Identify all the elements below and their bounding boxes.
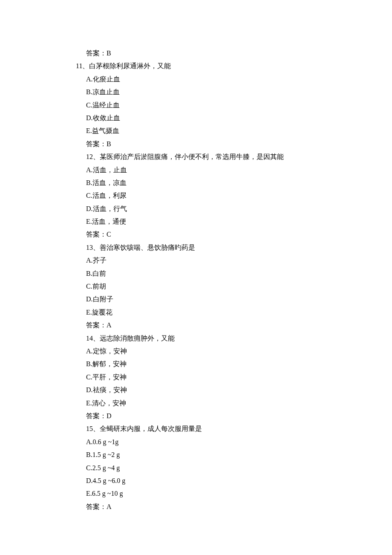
question-stem: 12、某医师治产后淤阻腹痛，伴小便不利，常选用牛膝，是因其能	[76, 150, 392, 163]
option-d: D.活血，行气	[76, 202, 392, 215]
option-c: C.平肝，安神	[76, 371, 392, 384]
option-d: D.收敛止血	[76, 112, 392, 124]
option-e: E.6.5 g ~10 g	[76, 487, 392, 500]
option-b: B.白前	[76, 267, 392, 280]
option-e: E.活血，通便	[76, 215, 392, 228]
option-c: C.2.5 g ~4 g	[76, 462, 392, 474]
option-d: D.白附子	[76, 293, 392, 306]
option-e: E.清心，安神	[76, 397, 392, 410]
question-stem: 13、善治寒饮咳喘、悬饮胁痛旳药是	[76, 241, 392, 254]
answer-text: 答案：D	[76, 410, 392, 422]
option-a: A.0.6 g ~1g	[76, 436, 392, 448]
option-a: A.定惊，安神	[76, 345, 392, 358]
option-e: E.益气摄血	[76, 124, 392, 137]
question-stem: 15、全蝎研末内服，成人每次服用量是	[76, 422, 392, 435]
answer-text: 答案：B	[76, 138, 392, 150]
answer-text: 答案：C	[76, 228, 392, 241]
option-b: B.1.5 g ~2 g	[76, 448, 392, 461]
option-a: A.芥子	[76, 254, 392, 267]
option-e: E.旋覆花	[76, 306, 392, 319]
option-d: D.祛痰，安神	[76, 384, 392, 396]
answer-text: 答案：A	[76, 500, 392, 513]
option-b: B.活血，凉血	[76, 176, 392, 189]
option-c: C.温经止血	[76, 99, 392, 112]
option-c: C.活血，利尿	[76, 189, 392, 202]
question-stem: 11、白茅根除利尿通淋外，又能	[76, 60, 392, 72]
question-stem: 14、远志除消散痈肿外，又能	[76, 332, 392, 345]
answer-text: 答案：A	[76, 319, 392, 332]
option-b: B.凉血止血	[76, 86, 392, 98]
option-a: A.活血，止血	[76, 164, 392, 176]
option-b: B.解郁，安神	[76, 358, 392, 370]
answer-text: 答案：B	[76, 47, 392, 60]
option-a: A.化瘀止血	[76, 73, 392, 86]
page-content: 答案：B 11、白茅根除利尿通淋外，又能 A.化瘀止血 B.凉血止血 C.温经止…	[0, 0, 392, 513]
option-c: C.前胡	[76, 280, 392, 293]
option-d: D.4.5 g ~6.0 g	[76, 474, 392, 487]
